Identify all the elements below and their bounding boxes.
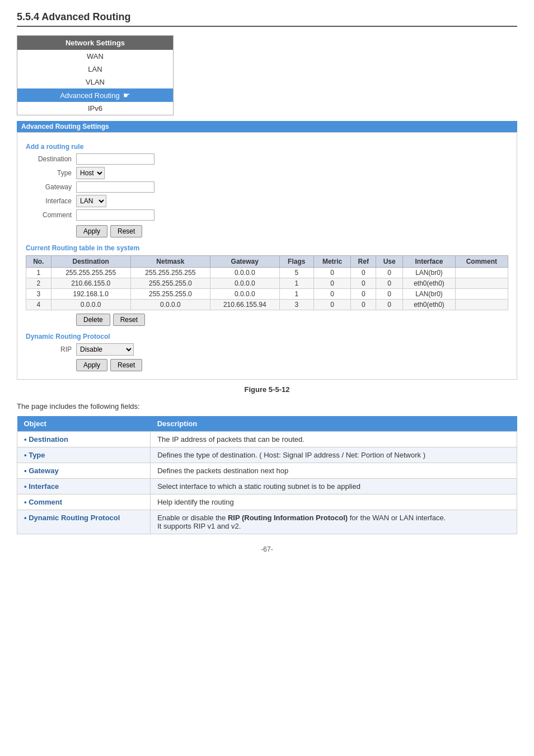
cell-netmask: 255.255.255.255 (130, 268, 210, 278)
rip-label: RIP (26, 346, 76, 353)
description-intro: The page includes the following fields: (17, 402, 517, 410)
comment-row: Comment (26, 209, 508, 221)
cell-flags: 5 (279, 268, 313, 278)
cell-netmask: 255.255.255.0 (130, 289, 210, 300)
dynamic-routing-buttons: Apply Reset (26, 359, 508, 371)
gateway-input[interactable] (76, 181, 154, 193)
cell-destination: 192.168.1.0 (51, 289, 130, 300)
dynamic-reset-button[interactable]: Reset (110, 359, 142, 371)
desc-description-cell: Defines the packets destination next hop (151, 463, 517, 479)
cell-use: 0 (376, 300, 403, 310)
cell-interface: LAN(br0) (403, 268, 455, 278)
cell-interface: eth0(eth0) (403, 300, 455, 310)
cursor-icon: ☛ (123, 91, 130, 100)
desc-description-cell: Select interface to which a static routi… (151, 479, 517, 494)
cell-use: 0 (376, 278, 403, 289)
cell-flags: 1 (279, 289, 313, 300)
col-metric: Metric (313, 256, 351, 268)
desc-description-cell: Defines the type of destination. ( Host:… (151, 447, 517, 463)
cell-netmask: 255.255.255.0 (130, 278, 210, 289)
comment-label: Comment (26, 211, 76, 219)
cell-no: 3 (26, 289, 51, 300)
cell-metric: 0 (313, 289, 351, 300)
page-number: -67- (17, 545, 517, 553)
cell-ref: 0 (351, 268, 376, 278)
rip-select[interactable]: Disable Enable RIP v1 Enable RIP v2 (76, 343, 134, 356)
col-comment: Comment (455, 256, 508, 268)
destination-input[interactable] (76, 153, 154, 165)
col-ref: Ref (351, 256, 376, 268)
desc-row: • InterfaceSelect interface to which a s… (17, 479, 517, 494)
desc-row: • Dynamic Routing ProtocolEnable or disa… (17, 510, 517, 534)
advanced-routing-settings-header: Advanced Routing Settings (17, 121, 517, 132)
table-reset-button[interactable]: Reset (113, 314, 145, 326)
cell-destination: 0.0.0.0 (51, 300, 130, 310)
table-row: 2210.66.155.0255.255.255.00.0.0.01000eth… (26, 278, 508, 289)
gateway-label: Gateway (26, 183, 76, 191)
page-title: 5.5.4 Advanced Routing (17, 11, 517, 27)
cell-comment (455, 278, 508, 289)
col-netmask: Netmask (130, 256, 210, 268)
destination-label: Destination (26, 155, 76, 163)
type-select[interactable]: Host Net (76, 167, 105, 179)
cell-netmask: 0.0.0.0 (130, 300, 210, 310)
cell-flags: 1 (279, 278, 313, 289)
rip-row: RIP Disable Enable RIP v1 Enable RIP v2 (26, 343, 508, 356)
cell-ref: 0 (351, 289, 376, 300)
cell-gateway: 210.66.155.94 (210, 300, 279, 310)
col-no: No. (26, 256, 51, 268)
desc-description-cell: Enable or disable the RIP (Routing Infor… (151, 510, 517, 534)
network-settings-box: Network Settings WAN LAN VLAN Advanced R… (17, 35, 174, 115)
nav-item-lan[interactable]: LAN (17, 63, 173, 76)
nav-item-ipv6[interactable]: IPv6 (17, 102, 173, 115)
routing-table: No. Destination Netmask Gateway Flags Me… (26, 255, 508, 310)
col-destination: Destination (51, 256, 130, 268)
desc-object-cell: • Gateway (17, 463, 151, 479)
cell-comment (455, 268, 508, 278)
interface-label: Interface (26, 197, 76, 205)
destination-row: Destination (26, 153, 508, 165)
desc-object-cell: • Dynamic Routing Protocol (17, 510, 151, 534)
desc-object-cell: • Type (17, 447, 151, 463)
cell-interface: eth0(eth0) (403, 278, 455, 289)
desc-row: • DestinationThe IP address of packets t… (17, 432, 517, 447)
gateway-row: Gateway (26, 181, 508, 193)
col-gateway: Gateway (210, 256, 279, 268)
cell-gateway: 0.0.0.0 (210, 268, 279, 278)
desc-object-cell: • Interface (17, 479, 151, 494)
current-routing-table-label: Current Routing table in the system (26, 244, 508, 252)
interface-select[interactable]: LAN WAN (76, 195, 106, 207)
col-flags: Flags (279, 256, 313, 268)
nav-item-advanced-routing[interactable]: Advanced Routing ☛ (17, 88, 173, 102)
table-buttons: Delete Reset (26, 314, 508, 326)
form-apply-button[interactable]: Apply (76, 225, 107, 237)
nav-item-advanced-routing-label: Advanced Routing (60, 91, 119, 100)
desc-row: • CommentHelp identify the routing (17, 494, 517, 510)
nav-item-vlan[interactable]: VLAN (17, 76, 173, 88)
cell-flags: 3 (279, 300, 313, 310)
comment-input[interactable] (76, 209, 154, 221)
cell-metric: 0 (313, 268, 351, 278)
table-row: 40.0.0.00.0.0.0210.66.155.943000eth0(eth… (26, 300, 508, 310)
description-table: Object Description • DestinationThe IP a… (17, 416, 517, 534)
cell-comment (455, 300, 508, 310)
col-use: Use (376, 256, 403, 268)
cell-comment (455, 289, 508, 300)
cell-no: 1 (26, 268, 51, 278)
table-row: 3192.168.1.0255.255.255.00.0.0.01000LAN(… (26, 289, 508, 300)
dynamic-apply-button[interactable]: Apply (76, 359, 107, 371)
form-buttons: Apply Reset (26, 225, 508, 237)
form-reset-button[interactable]: Reset (110, 225, 142, 237)
cell-ref: 0 (351, 300, 376, 310)
routing-form-area: Add a routing rule Destination Type Host… (17, 132, 517, 380)
cell-interface: LAN(br0) (403, 289, 455, 300)
desc-description-cell: The IP address of packets that can be ro… (151, 432, 517, 447)
interface-row: Interface LAN WAN (26, 195, 508, 207)
col-interface: Interface (403, 256, 455, 268)
cell-gateway: 0.0.0.0 (210, 278, 279, 289)
cell-no: 4 (26, 300, 51, 310)
nav-item-wan[interactable]: WAN (17, 50, 173, 63)
cell-metric: 0 (313, 300, 351, 310)
cell-use: 0 (376, 268, 403, 278)
table-delete-button[interactable]: Delete (76, 314, 110, 326)
